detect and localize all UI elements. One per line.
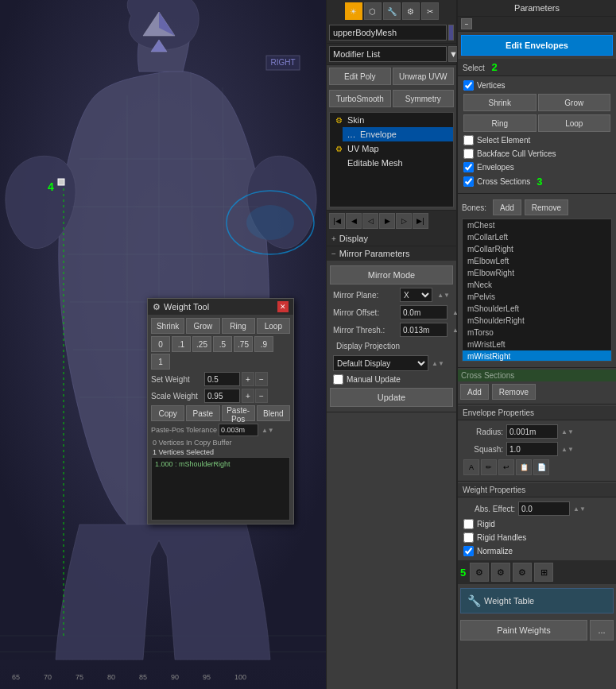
play-prev-btn[interactable]: ◁ [362, 213, 378, 229]
bone-melbowright[interactable]: mElbowRight [463, 267, 611, 279]
vertices-checkbox[interactable] [463, 80, 474, 91]
collapse-btn[interactable]: − [461, 18, 472, 29]
toolbar-icon-cut[interactable]: ✂ [421, 2, 439, 20]
scale-weight-plus[interactable]: + [242, 389, 254, 403]
bone-mneck[interactable]: mNeck [463, 279, 611, 291]
env-icon-4[interactable]: 📋 [516, 459, 532, 475]
mirror-plane-select[interactable]: X [400, 288, 432, 302]
bone-mshoulderright[interactable]: mShoulderRight [463, 315, 611, 327]
wt-val-1[interactable]: 1 [151, 354, 170, 370]
wt-grow-btn[interactable]: Grow [186, 318, 219, 334]
bones-add-btn[interactable]: Add [493, 199, 521, 215]
bone-mpelvis[interactable]: mPelvis [463, 291, 611, 303]
modifier-envelope[interactable]: … Envelope [343, 127, 453, 141]
unwrap-uvw-btn[interactable]: Unwrap UVW [393, 68, 455, 85]
wt-copy-btn[interactable]: Copy [151, 405, 184, 421]
select-element-checkbox[interactable] [463, 135, 474, 145]
turbosmooth-btn[interactable]: TurboSmooth [329, 90, 391, 107]
rigid-handles-checkbox[interactable] [463, 532, 474, 543]
cs-remove-btn[interactable]: Remove [492, 384, 536, 400]
shrink-btn[interactable]: Shrink [463, 94, 537, 111]
bottom-icon-2[interactable]: ⚙ [491, 563, 510, 582]
mesh-name-input[interactable] [329, 25, 447, 41]
cross-sections-checkbox[interactable] [463, 176, 474, 187]
mesh-color-btn[interactable] [448, 25, 454, 41]
bone-mtorso[interactable]: mTorso [463, 327, 611, 339]
mirror-params-header[interactable]: − Mirror Parameters [327, 246, 456, 261]
modifier-stack[interactable]: ⚙ Skin … Envelope ⚙ UV Map Editable Mesh [329, 112, 454, 207]
backface-checkbox[interactable] [463, 149, 474, 159]
wt-blend-btn[interactable]: Blend [257, 405, 290, 421]
wt-val-0[interactable]: 0 [151, 336, 170, 352]
wt-val-075[interactable]: .75 [234, 336, 253, 352]
set-weight-minus[interactable]: − [255, 372, 268, 386]
modifier-uvmap[interactable]: ⚙ UV Map [330, 141, 453, 156]
env-icon-5[interactable]: 📄 [533, 459, 549, 475]
mirror-thresh-input[interactable] [400, 323, 447, 337]
loop-btn[interactable]: Loop [538, 114, 611, 132]
skip-end-btn[interactable]: ▶| [413, 213, 428, 229]
scale-weight-minus[interactable]: − [255, 389, 268, 403]
rigid-checkbox[interactable] [463, 519, 474, 529]
mirror-offset-input[interactable] [400, 305, 447, 319]
wt-paste-btn[interactable]: Paste [186, 405, 219, 421]
bones-remove-btn[interactable]: Remove [525, 199, 568, 215]
symmetry-btn[interactable]: Symmetry [393, 90, 455, 107]
bone-mwristright[interactable]: mWristRight [463, 350, 611, 362]
prev-frame-btn[interactable]: ◀ [346, 213, 362, 229]
weight-tool-titlebar[interactable]: ⚙ Weight Tool ✕ [148, 299, 293, 315]
edit-envelopes-btn[interactable]: Edit Envelopes [461, 35, 613, 56]
grow-btn[interactable]: Grow [538, 94, 611, 111]
bones-list[interactable]: mChest mCollarLeft mCollarRight mElbowLe… [462, 219, 612, 362]
wt-loop-btn[interactable]: Loop [257, 318, 290, 334]
proj-select[interactable]: Default Display [333, 355, 428, 371]
bottom-icon-1[interactable]: ⚙ [470, 563, 489, 582]
envelopes-checkbox[interactable] [463, 162, 474, 172]
wt-shrink-btn[interactable]: Shrink [151, 318, 184, 334]
manual-update-checkbox[interactable] [333, 374, 343, 385]
bottom-icon-4[interactable]: ⊞ [534, 563, 553, 582]
modifier-skin[interactable]: ⚙ Skin [330, 113, 453, 127]
abs-effect-input[interactable] [518, 501, 570, 516]
bone-mcollarright[interactable]: mCollarRight [463, 243, 611, 255]
modifier-list-input[interactable] [329, 46, 447, 62]
wt-val-01[interactable]: .1 [172, 336, 191, 352]
weight-table-btn[interactable]: 🔧 Weight Table [460, 588, 614, 614]
modifier-editable-mesh[interactable]: Editable Mesh [330, 156, 453, 170]
radius-input[interactable] [506, 424, 558, 439]
env-icon-1[interactable]: A [463, 459, 479, 475]
wt-val-05[interactable]: .5 [213, 336, 232, 352]
set-weight-plus[interactable]: + [242, 372, 254, 386]
cs-add-btn[interactable]: Add [460, 384, 489, 400]
wt-ring-btn[interactable]: Ring [222, 318, 255, 334]
wt-vertex-list[interactable]: 1.000 : mShoulderRight [151, 457, 290, 521]
skip-start-btn[interactable]: |◀ [329, 213, 345, 229]
bone-melbowleft[interactable]: mElbowLeft [463, 255, 611, 267]
bone-mwristleft[interactable]: mWristLeft [463, 339, 611, 350]
update-btn[interactable]: Update [330, 388, 453, 407]
env-icon-3[interactable]: ↩ [498, 459, 514, 475]
scale-weight-input[interactable] [204, 389, 240, 403]
squash-input[interactable] [506, 442, 558, 456]
play-btn[interactable]: ▶ [379, 213, 395, 229]
ring-btn[interactable]: Ring [463, 114, 537, 132]
display-section-header[interactable]: + Display [327, 231, 456, 246]
set-weight-input[interactable] [204, 372, 240, 386]
edit-poly-btn[interactable]: Edit Poly [329, 68, 391, 85]
toolbar-icon-sun[interactable]: ☀ [345, 2, 362, 20]
viewport[interactable]: RIGHT [0, 0, 326, 689]
wt-val-025[interactable]: .25 [192, 336, 211, 352]
bone-mcollarleft[interactable]: mCollarLeft [463, 231, 611, 243]
wt-paste-pos-btn[interactable]: Paste-Pos [222, 405, 255, 421]
env-icon-2[interactable]: ✏ [481, 459, 497, 475]
normalize-checkbox[interactable] [463, 546, 474, 556]
more-btn[interactable]: ... [590, 620, 614, 641]
toolbar-icon-wrap[interactable]: 🔧 [383, 2, 401, 20]
bone-mshoulderleft[interactable]: mShoulderLeft [463, 303, 611, 315]
bottom-icon-3[interactable]: ⚙ [513, 563, 532, 582]
paint-weights-btn[interactable]: Paint Weights [460, 620, 587, 641]
toolbar-icon-mesh[interactable]: ⬡ [364, 2, 382, 20]
bone-mchest[interactable]: mChest [463, 219, 611, 231]
wt-val-09[interactable]: .9 [254, 336, 273, 352]
mirror-mode-btn[interactable]: Mirror Mode [330, 265, 453, 285]
